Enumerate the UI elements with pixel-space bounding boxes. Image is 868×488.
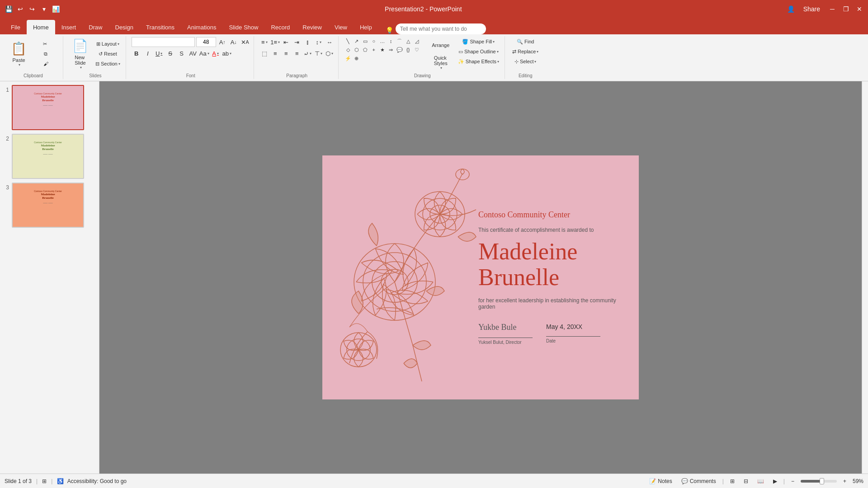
quick-styles-button[interactable]: QuickStyles ▾ bbox=[427, 54, 454, 70]
tab-transitions[interactable]: Transitions bbox=[140, 20, 181, 34]
align-center-button[interactable]: ≡ bbox=[270, 48, 280, 58]
normal-view-button[interactable]: ⊞ bbox=[727, 477, 737, 485]
shape-scroll[interactable]: ↕ bbox=[387, 37, 395, 45]
view-normal-icon[interactable]: ⊞ bbox=[42, 478, 47, 484]
tab-review[interactable]: Review bbox=[296, 20, 328, 34]
shape-star[interactable]: ★ bbox=[378, 46, 387, 54]
align-left-button[interactable]: ⬚ bbox=[259, 48, 269, 58]
redo-icon[interactable]: ↪ bbox=[28, 5, 36, 13]
shape-plus[interactable]: + bbox=[370, 46, 378, 54]
tab-design[interactable]: Design bbox=[109, 20, 140, 34]
tab-help[interactable]: Help bbox=[354, 20, 378, 34]
accessibility-status[interactable]: ♿ Accessibility: Good to go bbox=[57, 478, 127, 484]
shape-curve[interactable]: ⌒ bbox=[396, 37, 404, 45]
lightbulb-icon[interactable]: 💡 bbox=[386, 26, 394, 34]
bold-button[interactable]: B bbox=[132, 48, 142, 58]
profile-icon[interactable]: 👤 bbox=[787, 5, 795, 13]
shape-arrow2[interactable]: ⇒ bbox=[387, 46, 395, 54]
highlight-button[interactable]: ab▾ bbox=[222, 48, 232, 58]
minimize-button[interactable]: ─ bbox=[828, 5, 836, 13]
line-spacing-button[interactable]: ↕▾ bbox=[314, 37, 324, 47]
font-shrink-button[interactable]: A↓ bbox=[229, 37, 239, 47]
font-name-input[interactable] bbox=[132, 37, 195, 47]
strikethrough-button[interactable]: S bbox=[165, 48, 175, 58]
smartart-button[interactable]: ⬡▾ bbox=[325, 48, 335, 58]
numbering-button[interactable]: 1≡▾ bbox=[270, 37, 280, 47]
close-button[interactable]: ✕ bbox=[855, 5, 863, 13]
tab-view[interactable]: View bbox=[328, 20, 354, 34]
zoom-slider[interactable] bbox=[801, 480, 837, 483]
shape-tri[interactable]: △ bbox=[404, 37, 412, 45]
shape-effects-button[interactable]: ✨Shape Effects▾ bbox=[456, 57, 501, 66]
undo-icon[interactable]: ↩ bbox=[16, 5, 24, 13]
zoom-thumb[interactable] bbox=[820, 478, 824, 484]
change-case-button[interactable]: Aa▾ bbox=[199, 48, 209, 58]
shape-brace[interactable]: {} bbox=[404, 46, 412, 54]
para-direction-button[interactable]: ↔ bbox=[325, 37, 335, 47]
underline-button[interactable]: U▾ bbox=[154, 48, 164, 58]
font-color-button[interactable]: A▾ bbox=[211, 48, 221, 58]
align-right-button[interactable]: ≡ bbox=[281, 48, 291, 58]
replace-button[interactable]: ⇄Replace▾ bbox=[510, 47, 540, 56]
save-icon[interactable]: 💾 bbox=[5, 5, 13, 13]
tab-home[interactable]: Home bbox=[27, 20, 55, 34]
shape-oct[interactable]: ⬠ bbox=[361, 46, 369, 54]
shadow-button[interactable]: S bbox=[177, 48, 187, 58]
bullets-button[interactable]: ≡▾ bbox=[259, 37, 269, 47]
slideshow-button[interactable]: ▶ bbox=[770, 477, 780, 485]
zoom-level[interactable]: 59% bbox=[853, 478, 863, 484]
tab-animations[interactable]: Animations bbox=[181, 20, 222, 34]
notes-button[interactable]: 📝 Notes bbox=[646, 477, 675, 485]
search-input[interactable] bbox=[396, 23, 486, 34]
slide-sorter-button[interactable]: ⊟ bbox=[741, 477, 751, 485]
columns-button[interactable]: ⫿ bbox=[303, 37, 313, 47]
slide-thumb-2[interactable]: 2 Contoso Community Center MadeleineBrun… bbox=[2, 134, 97, 179]
shape-heart[interactable]: ♡ bbox=[413, 46, 421, 54]
slide-canvas[interactable]: Contoso Community Center This certificat… bbox=[322, 155, 639, 399]
tab-draw[interactable]: Draw bbox=[82, 20, 108, 34]
justify-button[interactable]: ≡ bbox=[292, 48, 302, 58]
reading-view-button[interactable]: 📖 bbox=[755, 477, 767, 485]
shape-line[interactable]: ╲ bbox=[344, 37, 352, 45]
char-spacing-button[interactable]: AV bbox=[188, 48, 198, 58]
tab-slideshow[interactable]: Slide Show bbox=[222, 20, 264, 34]
format-painter-button[interactable]: 🖌 bbox=[32, 59, 59, 68]
share-button[interactable]: Share bbox=[801, 5, 823, 14]
shape-arrow[interactable]: ↗ bbox=[353, 37, 361, 45]
shape-rtri[interactable]: ◿ bbox=[413, 37, 421, 45]
shape-misc[interactable]: ⊕ bbox=[353, 54, 361, 62]
find-button[interactable]: 🔍Find bbox=[510, 37, 540, 46]
cut-button[interactable]: ✂ bbox=[32, 39, 59, 48]
shape-circle[interactable]: ○ bbox=[370, 37, 378, 45]
inc-indent-button[interactable]: ⇥ bbox=[292, 37, 302, 47]
shape-fill-button[interactable]: 🪣Shape Fill▾ bbox=[456, 37, 501, 46]
text-direction-button[interactable]: ⤾▾ bbox=[303, 48, 313, 58]
paste-button[interactable]: 📋 Paste ▾ bbox=[7, 38, 30, 70]
zoom-out-button[interactable]: − bbox=[788, 477, 797, 485]
select-button[interactable]: ⊹Select▾ bbox=[510, 57, 540, 66]
font-size-input[interactable] bbox=[196, 37, 216, 47]
shape-dia[interactable]: ◇ bbox=[344, 46, 352, 54]
new-slide-button[interactable]: 📄 NewSlide ▾ bbox=[69, 38, 92, 70]
zoom-in-button[interactable]: + bbox=[840, 477, 849, 485]
customize-icon[interactable]: ▾ bbox=[40, 5, 48, 13]
tab-file[interactable]: File bbox=[5, 20, 27, 34]
shape-rect[interactable]: ▭ bbox=[361, 37, 369, 45]
reset-button[interactable]: ↺Reset bbox=[94, 49, 122, 58]
italic-button[interactable]: I bbox=[143, 48, 153, 58]
restore-button[interactable]: ❐ bbox=[842, 5, 850, 13]
copy-button[interactable]: ⧉ bbox=[32, 49, 59, 58]
shape-lightning[interactable]: ⚡ bbox=[344, 54, 352, 62]
dec-indent-button[interactable]: ⇤ bbox=[281, 37, 291, 47]
slide-thumb-3[interactable]: 3 Contoso Community Center MadeleineBrun… bbox=[2, 183, 97, 228]
tab-record[interactable]: Record bbox=[264, 20, 296, 34]
clear-format-button[interactable]: ✕A bbox=[240, 37, 250, 47]
shape-callout[interactable]: 💬 bbox=[396, 46, 404, 54]
arrange-button[interactable]: Arrange bbox=[427, 37, 454, 53]
section-button[interactable]: ⊟Section▾ bbox=[94, 59, 122, 68]
tab-insert[interactable]: Insert bbox=[55, 20, 83, 34]
layout-button[interactable]: ⊞Layout▾ bbox=[94, 39, 122, 48]
right-scrollbar[interactable] bbox=[862, 81, 868, 474]
font-grow-button[interactable]: A↑ bbox=[217, 37, 227, 47]
comments-button[interactable]: 💬 Comments bbox=[679, 477, 719, 485]
